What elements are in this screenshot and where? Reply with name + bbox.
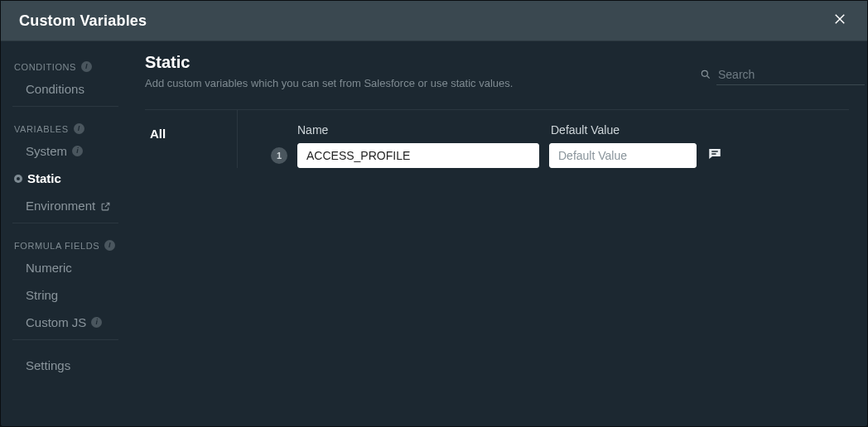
close-button[interactable] (829, 10, 851, 31)
column-label: Name (297, 123, 539, 137)
column-label: Default Value (551, 123, 698, 137)
sidebar-item-label: Custom JS (26, 315, 86, 329)
active-indicator-icon (14, 175, 22, 183)
variable-name-input[interactable] (297, 143, 539, 168)
sidebar: CONDITIONS i Conditions VARIABLES i Syst… (1, 41, 130, 426)
info-icon[interactable]: i (81, 61, 92, 72)
subnav: All (145, 110, 238, 168)
sidebar-item-label: Static (27, 171, 61, 185)
sidebar-heading: FORMULA FIELDS i (12, 235, 118, 254)
modal-header: Custom Variables (1, 1, 867, 41)
info-icon[interactable]: i (104, 240, 115, 251)
sidebar-item-settings[interactable]: Settings (12, 352, 118, 379)
variable-row: 1 (271, 143, 849, 168)
info-icon[interactable]: i (72, 146, 83, 156)
info-icon[interactable]: i (74, 123, 84, 134)
sidebar-item-string[interactable]: String (12, 281, 118, 309)
row-number-badge: 1 (271, 147, 287, 164)
sidebar-item-label: System (26, 144, 67, 158)
sidebar-group-variables: VARIABLES i System i Static Environment (12, 118, 118, 223)
search-field (700, 66, 849, 85)
svg-point-0 (702, 70, 707, 76)
search-icon (700, 69, 711, 84)
sidebar-item-label: String (26, 288, 58, 302)
close-icon (832, 12, 847, 30)
custom-variables-modal: Custom Variables CONDITIONS i Conditions (0, 0, 868, 427)
modal-body: CONDITIONS i Conditions VARIABLES i Syst… (1, 41, 867, 426)
info-icon[interactable]: i (91, 317, 102, 328)
sidebar-item-system[interactable]: System i (12, 137, 118, 165)
content-area: All Name Default Value 1 (145, 110, 849, 168)
sidebar-item-label: Settings (26, 358, 70, 372)
divider (12, 339, 118, 340)
sidebar-group-conditions: CONDITIONS i Conditions (12, 56, 118, 107)
sidebar-item-customjs[interactable]: Custom JS i (12, 309, 118, 336)
search-input[interactable] (716, 66, 865, 85)
sidebar-item-conditions[interactable]: Conditions (12, 75, 118, 103)
comment-icon (707, 146, 722, 165)
divider (12, 223, 118, 223)
sidebar-item-label: Environment (26, 199, 95, 213)
sidebar-item-numeric[interactable]: Numeric (12, 254, 118, 281)
column-header-name: Name (297, 123, 539, 142)
subnav-item-all[interactable]: All (145, 127, 237, 141)
divider (12, 106, 118, 107)
sidebar-heading-label: FORMULA FIELDS (14, 241, 99, 251)
sidebar-item-static[interactable]: Static (12, 165, 118, 192)
variable-default-input[interactable] (549, 143, 697, 168)
external-link-icon (100, 200, 111, 211)
column-headers: Name Default Value (271, 123, 849, 142)
sidebar-heading: CONDITIONS i (12, 56, 118, 75)
comment-button[interactable] (706, 147, 723, 164)
column-header-default: Default Value (551, 123, 698, 142)
sidebar-item-label: Numeric (26, 261, 72, 275)
sidebar-heading-label: VARIABLES (14, 124, 69, 134)
sidebar-group-formula: FORMULA FIELDS i Numeric String Custom J… (12, 235, 118, 340)
variable-editor: Name Default Value 1 (238, 110, 849, 168)
sidebar-heading-label: CONDITIONS (14, 62, 76, 72)
sidebar-item-label: Conditions (26, 82, 84, 96)
sidebar-heading: VARIABLES i (12, 118, 118, 137)
modal-title: Custom Variables (19, 12, 147, 30)
main-pane: Static Add custom variables which you ca… (130, 41, 867, 426)
sidebar-item-environment[interactable]: Environment (12, 192, 118, 219)
